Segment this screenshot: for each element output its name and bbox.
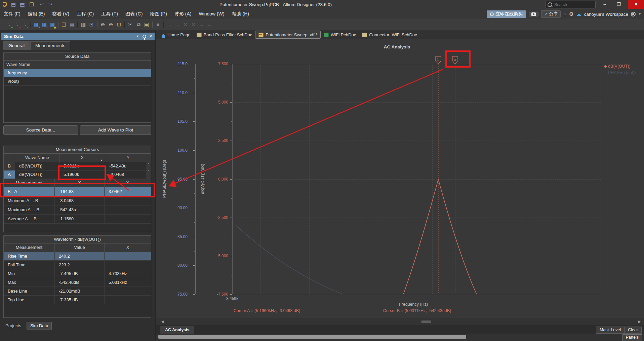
wave-name[interactable]: v(out) <box>4 77 151 85</box>
waveform-measurement-row[interactable]: Base Line-21.02mdB <box>4 287 151 296</box>
cell[interactable]: -164.83 <box>55 187 105 196</box>
waveform-measurement-row[interactable]: Rise Time240.2 <box>4 252 151 261</box>
measurement-add-icon[interactable]: ≈+ <box>5 21 13 29</box>
open-document-icon[interactable]: ❏ <box>28 1 35 8</box>
doc-tab-4[interactable]: WiFi.PcbDoc <box>321 31 359 39</box>
cell[interactable]: A <box>4 170 15 179</box>
feedback-button[interactable]: + <box>529 12 538 16</box>
cursor-id-column-header[interactable] <box>4 154 15 162</box>
zoom-in-icon[interactable]: ⊕ <box>99 21 107 29</box>
home-icon[interactable]: ⌂ <box>563 11 566 17</box>
cell[interactable]: 223.2 <box>55 261 105 269</box>
measurement-row[interactable]: Minimum A . . B-3.0468 <box>4 196 151 205</box>
save-icon[interactable]: ▤ <box>10 1 17 8</box>
cell[interactable] <box>105 215 151 223</box>
panels-button[interactable]: Panels <box>622 334 642 341</box>
waveform-measurement-row[interactable]: Min-7.495 dB4.703kHz <box>4 269 151 278</box>
clear-cursor-2-icon[interactable]: ✕ <box>190 21 198 29</box>
panel-tab-general[interactable]: General <box>3 41 30 50</box>
share-button[interactable]: ➚ 分享 <box>541 10 561 18</box>
menu-item-3[interactable]: 察看 (V) <box>48 9 73 19</box>
print-preview-icon[interactable]: ⊡ <box>87 21 95 29</box>
cursor-row-a[interactable]: AdB(V(OUT))5.1960k-3.0468 <box>4 170 151 179</box>
gear-icon[interactable]: ⚙ <box>569 11 573 17</box>
doc-tab-3[interactable]: Potentiometer Sweep.sdf * <box>255 31 321 39</box>
x-column-header[interactable]: X▲ <box>59 154 105 162</box>
scroll-right-icon[interactable]: → <box>198 21 206 29</box>
cell[interactable] <box>105 261 151 269</box>
bottom-scrollbar-thumb[interactable] <box>158 335 466 339</box>
cell[interactable] <box>105 252 151 260</box>
add-wave-to-plot-button[interactable]: Add Wave to Plot <box>80 125 151 135</box>
cell[interactable]: Average A . . B <box>4 215 55 223</box>
y-column-header[interactable]: Y <box>105 154 151 162</box>
doc-tab-1[interactable]: Home Page <box>158 31 194 39</box>
search-box[interactable] <box>545 1 596 8</box>
cell[interactable]: -542.43u <box>105 162 151 170</box>
cell[interactable]: -21.02mdB <box>55 287 105 295</box>
redo-icon[interactable]: ↷ <box>47 1 54 8</box>
cell[interactable]: 5.0311k <box>59 162 105 170</box>
cell[interactable]: dB(V(OUT)) <box>15 162 59 170</box>
stop-icon[interactable]: ■ <box>154 21 162 29</box>
cell[interactable]: Min <box>4 269 55 278</box>
cell[interactable] <box>105 296 151 304</box>
bottom-tab-sim-data[interactable]: Sim Data <box>27 322 52 330</box>
menu-item-10[interactable]: 帮助 (H) <box>228 9 253 19</box>
restore-button[interactable]: ❐ <box>613 0 625 9</box>
chart-horizontal-scrollbar[interactable]: ◀ ▶ <box>156 318 644 326</box>
menu-item-7[interactable]: 绘图 (P) <box>146 9 171 19</box>
scroll-left-icon[interactable]: ◀ <box>161 319 164 324</box>
cell[interactable]: dB(V(OUT)) <box>15 170 59 179</box>
cell[interactable] <box>105 205 151 214</box>
zoom-window-icon[interactable]: ⊡ <box>115 21 123 29</box>
wave-name[interactable]: frequency <box>4 69 151 77</box>
cell[interactable]: 5.1960k <box>59 170 105 179</box>
cursors-scrollbar[interactable]: ▲▼ <box>147 162 151 180</box>
wave-list-item[interactable]: frequency <box>4 69 151 77</box>
tab-ac-analysis[interactable]: AC Analysis <box>160 326 194 334</box>
undo-icon[interactable]: ↶ <box>38 1 45 8</box>
panel-menu-icon[interactable]: ▼ <box>136 33 139 40</box>
cell[interactable]: B - A <box>4 187 55 196</box>
search-input[interactable] <box>554 2 595 7</box>
scroll-left-icon[interactable]: ← <box>206 21 214 29</box>
cell[interactable]: Maximum A . . B <box>4 205 55 214</box>
cell[interactable]: B <box>4 162 15 170</box>
measurement-column-header[interactable]: Measurement <box>4 243 55 252</box>
buy-online-button[interactable]: 立即在线购买 <box>487 10 526 18</box>
scroll-right-icon[interactable]: ▶ <box>638 319 641 324</box>
paste-icon[interactable]: ▣ <box>143 21 151 29</box>
cell[interactable]: 240.2 <box>55 252 105 260</box>
cell[interactable]: 5.031kHz <box>105 278 151 287</box>
waveform-measurement-row[interactable]: Top Line-7.335 dB <box>4 296 151 304</box>
value-column-header[interactable]: Value <box>55 243 105 252</box>
y-column-header[interactable]: Y <box>105 179 151 187</box>
doc-tab-5[interactable]: Connector_WiFi.SchDoc <box>359 31 420 39</box>
waveform-measurement-row[interactable]: Fall Time223.2 <box>4 261 151 269</box>
wave-name-column-header[interactable]: Wave Name <box>15 154 59 162</box>
measurement-column-header[interactable]: Measurement <box>4 179 55 187</box>
cell[interactable]: Top Line <box>4 296 55 304</box>
cursor-row-b[interactable]: BdB(V(OUT))5.0311k-542.43u <box>4 162 151 170</box>
wave-list-item[interactable]: v(out) <box>4 77 151 86</box>
cell[interactable]: -7.495 dB <box>55 269 105 278</box>
menu-item-2[interactable]: 编辑 (E) <box>24 9 49 19</box>
wave-cursor-2-icon[interactable]: ≈ <box>173 21 182 29</box>
mask-level-button[interactable]: Mask Level <box>596 327 625 334</box>
cell[interactable]: -542.4udB <box>55 278 105 287</box>
menu-item-6[interactable]: 图表 (C) <box>122 9 146 19</box>
cell[interactable]: Fall Time <box>4 261 55 269</box>
measurement-remove-icon[interactable]: ≈− <box>13 21 21 29</box>
measurement-row[interactable]: Average A . . B-1.1580 <box>4 215 151 224</box>
copy-icon[interactable]: ⧉ <box>134 21 143 29</box>
save-all-icon[interactable]: ▤ <box>19 1 26 8</box>
plot-favorite-icon[interactable]: ▦★ <box>48 21 56 29</box>
cell[interactable]: 3.0462 <box>105 187 151 196</box>
clear-button[interactable]: Clear <box>625 327 642 334</box>
cell[interactable]: Max <box>4 278 55 287</box>
menu-item-1[interactable]: 文件 (F) <box>0 9 24 19</box>
cell[interactable]: Rise Time <box>4 252 55 260</box>
menu-item-9[interactable]: Window (W) <box>195 9 228 19</box>
cut-icon[interactable]: ✂ <box>126 21 134 29</box>
